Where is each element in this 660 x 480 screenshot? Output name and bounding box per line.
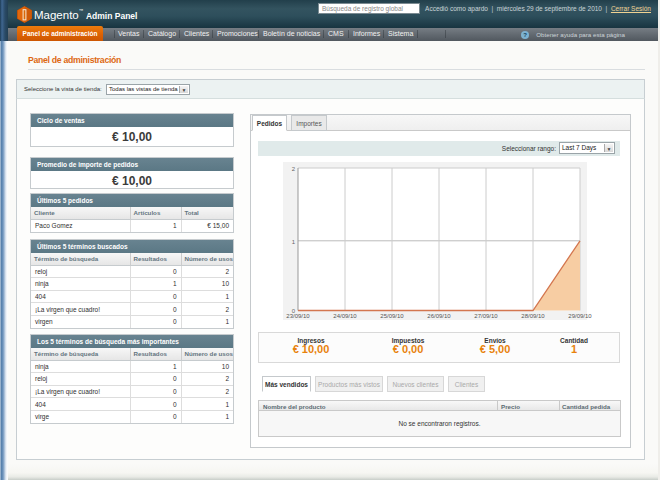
svg-text:26/09/10: 26/09/10 [427, 313, 451, 319]
svg-text:28/09/10: 28/09/10 [521, 313, 545, 319]
svg-text:2: 2 [292, 166, 296, 172]
svg-text:23/09/10: 23/09/10 [286, 313, 310, 319]
svg-text:27/09/10: 27/09/10 [474, 313, 498, 319]
svg-text:24/09/10: 24/09/10 [333, 313, 357, 319]
svg-text:25/09/10: 25/09/10 [380, 313, 404, 319]
svg-text:29/09/10: 29/09/10 [568, 313, 592, 319]
svg-text:1: 1 [292, 239, 296, 245]
